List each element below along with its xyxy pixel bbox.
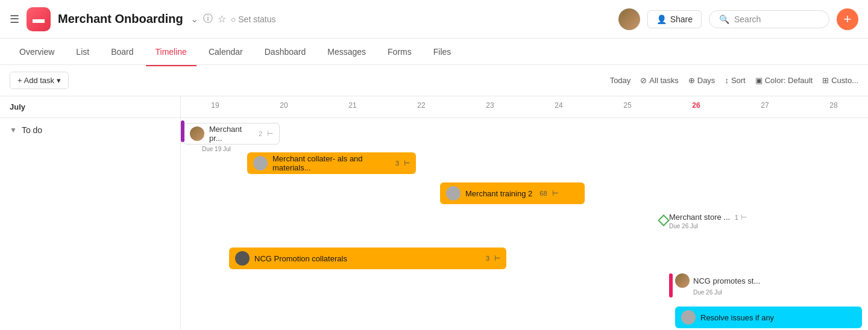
days-icon: ⊕: [688, 76, 695, 85]
task2-count: 3: [395, 160, 399, 167]
date-header-row: 19 20 21 22 23 24 25 26 27 28: [181, 96, 868, 118]
task-bar-2[interactable]: Merchant collater- als and materials... …: [247, 152, 416, 174]
date-col-24: 24: [524, 101, 593, 117]
task5-count: 3: [486, 255, 489, 262]
task1-avatar: [190, 126, 204, 141]
task1-purple-marker: [181, 120, 184, 142]
tab-messages[interactable]: Messages: [318, 42, 376, 61]
tab-forms[interactable]: Forms: [378, 42, 421, 61]
header-right: 👤 Share 🔍 Search +: [618, 8, 858, 30]
task-bar-5[interactable]: NCG Promotion collaterals 3 ⊢: [229, 248, 506, 269]
header: ☰ ▬ Merchant Onboarding ⌄ ⓘ ☆ ○ Set stat…: [0, 0, 868, 39]
task5-avatar: [235, 251, 250, 266]
color-label: Color: Default: [765, 76, 813, 85]
logo-icon: ▬: [33, 12, 45, 26]
task6-avatar: [675, 273, 690, 288]
date-col-19: 19: [181, 101, 250, 117]
avatar-image: [618, 8, 640, 30]
tab-board[interactable]: Board: [101, 42, 143, 61]
set-status-label: Set status: [238, 14, 275, 24]
timeline-grid: 19 20 21 22 23 24 25 26 27 28: [181, 96, 868, 330]
tab-list[interactable]: List: [66, 42, 99, 61]
task4-label: Merchant store ...: [669, 213, 730, 222]
task3-subtask-icon: ⊢: [552, 189, 558, 198]
color-icon: ▣: [755, 76, 763, 85]
tab-timeline[interactable]: Timeline: [146, 42, 197, 61]
add-button[interactable]: +: [837, 8, 858, 30]
days-button[interactable]: ⊕ Days: [688, 76, 715, 85]
timeline-container: July ▼ To do 19 20 21 22 23 24 25 26 27 …: [0, 96, 868, 330]
date-col-28: 28: [799, 101, 868, 117]
color-button[interactable]: ▣ Color: Default: [755, 76, 813, 85]
tab-calendar[interactable]: Calendar: [199, 42, 253, 61]
task7-avatar: [681, 310, 696, 325]
task7-label: Resolve issues if any: [700, 313, 774, 322]
add-task-label: + Add task: [17, 76, 54, 85]
star-icon[interactable]: ☆: [218, 13, 226, 25]
task1-count: 2: [259, 130, 262, 137]
customize-label: Custo...: [831, 76, 858, 85]
section-label: To do: [22, 125, 42, 135]
info-icon[interactable]: ⓘ: [203, 13, 213, 25]
task4-subtask-icon: ⊢: [741, 213, 747, 222]
date-columns: 19 20 21 22 23 24 25 26 27 28: [181, 96, 868, 117]
task4-count: 1: [735, 214, 738, 221]
share-button[interactable]: 👤 Share: [647, 10, 702, 28]
task6-row: NCG promotes st...: [675, 273, 760, 288]
share-label: Share: [670, 14, 693, 24]
app-logo: ▬: [27, 7, 51, 31]
all-tasks-label: All tasks: [649, 76, 678, 85]
days-label: Days: [697, 76, 715, 85]
task4-due: Due 26 Jul: [669, 223, 747, 229]
title-controls: ⌄ ⓘ ☆ ○ Set status: [190, 13, 276, 25]
task4-label-container[interactable]: Merchant store ... 1 ⊢ Due 26 Jul: [669, 213, 747, 229]
circle-icon: ○: [231, 14, 236, 24]
task6-red-marker: [669, 273, 673, 297]
search-icon: 🔍: [719, 14, 729, 24]
dropdown-icon[interactable]: ⌄: [190, 13, 198, 25]
task-bar-3[interactable]: Merchant training 2 68 ⊢: [440, 182, 585, 204]
task6-container[interactable]: NCG promotes st... Due 26 Jul: [675, 273, 760, 296]
add-task-button[interactable]: + Add task ▾: [10, 72, 69, 89]
date-col-22: 22: [387, 101, 456, 117]
task-bar-1[interactable]: Merchant pr... 2 ⊢ Due 19 Jul: [183, 123, 280, 145]
date-col-20: 20: [250, 101, 318, 117]
date-col-25: 25: [593, 101, 662, 117]
tab-dashboard[interactable]: Dashboard: [255, 42, 316, 61]
task1-label: Merchant pr...: [209, 125, 251, 143]
section-header-todo[interactable]: ▼ To do: [0, 118, 180, 142]
avatar[interactable]: [618, 8, 640, 30]
task2-avatar: [253, 156, 268, 170]
all-tasks-button[interactable]: ⊘ All tasks: [640, 76, 678, 85]
chevron-icon: ▼: [10, 126, 17, 134]
sort-icon: ↕: [725, 76, 729, 85]
plus-icon: +: [844, 11, 852, 27]
date-col-26: 26: [662, 101, 731, 117]
left-panel: July ▼ To do: [0, 96, 181, 330]
customize-button[interactable]: ⊞ Custo...: [822, 76, 858, 85]
task3-label: Merchant training 2: [465, 189, 532, 198]
today-button[interactable]: Today: [610, 76, 631, 85]
nav-tabs: Overview List Board Timeline Calendar Da…: [0, 39, 868, 65]
search-placeholder: Search: [734, 14, 761, 24]
today-label: Today: [610, 76, 631, 85]
dropdown-arrow-icon: ▾: [57, 76, 61, 85]
task3-avatar: [446, 186, 461, 201]
share-icon: 👤: [656, 14, 667, 24]
task-bar-7[interactable]: Resolve issues if any: [675, 307, 862, 328]
set-status-button[interactable]: ○ Set status: [231, 14, 276, 24]
month-label: July: [10, 102, 25, 111]
task5-label: NCG Promotion collaterals: [254, 254, 347, 263]
date-col-23: 23: [456, 101, 524, 117]
tab-files[interactable]: Files: [424, 42, 461, 61]
menu-icon[interactable]: ☰: [10, 13, 19, 26]
sort-button[interactable]: ↕ Sort: [725, 76, 745, 85]
date-col-21: 21: [318, 101, 387, 117]
search-box[interactable]: 🔍 Search: [709, 10, 829, 28]
date-col-27: 27: [731, 101, 799, 117]
task5-subtask-icon: ⊢: [494, 254, 500, 263]
toolbar-right: Today ⊘ All tasks ⊕ Days ↕ Sort ▣ Color:…: [610, 76, 858, 85]
customize-icon: ⊞: [822, 76, 829, 85]
sort-label: Sort: [731, 76, 746, 85]
tab-overview[interactable]: Overview: [10, 42, 64, 61]
